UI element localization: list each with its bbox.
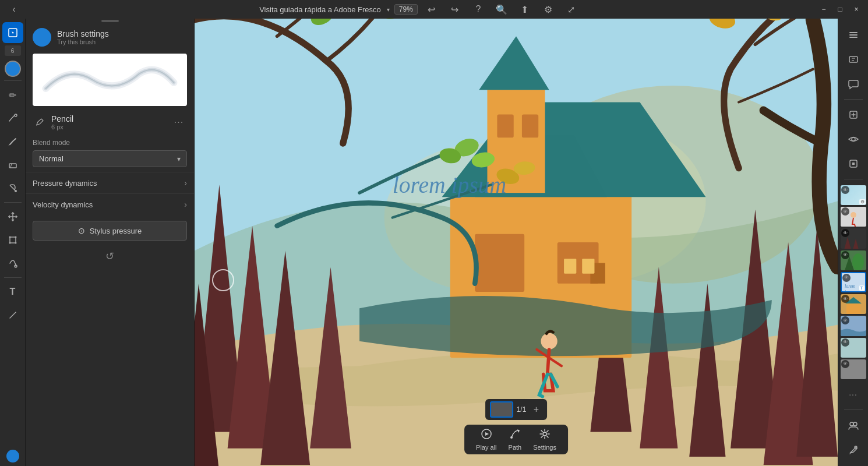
search-btn[interactable]: 🔍 xyxy=(492,0,511,19)
svg-point-47 xyxy=(543,432,546,436)
brush-tool-btn[interactable] xyxy=(2,108,23,129)
layer-eye-4: 👁 xyxy=(841,251,849,259)
current-color-indicator[interactable] xyxy=(6,450,19,463)
blend-mode-section: Blend mode Normal ▾ xyxy=(26,134,194,172)
right-panel: 👁 ⚙ 👁 👁 xyxy=(838,19,868,466)
toolbar-divider-2 xyxy=(4,202,22,203)
redo-btn[interactable]: ↪ xyxy=(446,0,464,19)
close-btn[interactable]: × xyxy=(849,2,863,16)
minimize-btn[interactable]: − xyxy=(817,2,831,16)
main-area: 6 ✏ xyxy=(0,19,868,466)
right-divider-2 xyxy=(844,179,863,179)
stylus-pressure-btn[interactable]: ⊙ Stylus pressure xyxy=(33,221,187,241)
pencil-tool-btn[interactable]: ✏ xyxy=(2,84,23,105)
brush-size-label: 6 px xyxy=(51,123,73,130)
fill-tool-btn[interactable] xyxy=(2,178,23,199)
brush-info: Pencil 6 px xyxy=(51,114,73,130)
svg-text:lorem: lorem xyxy=(845,284,856,289)
properties-panel-btn[interactable] xyxy=(842,48,865,71)
path-btn[interactable]: Path xyxy=(509,428,522,451)
fullscreen-btn[interactable]: ⤢ xyxy=(562,0,581,19)
titlebar-left: ‹ xyxy=(5,0,23,19)
transform-tool-btn[interactable] xyxy=(2,230,23,250)
community-btn[interactable] xyxy=(842,414,865,437)
zoom-badge[interactable]: 79% xyxy=(394,4,418,15)
panel-subtitle: Try this brush xyxy=(57,38,109,45)
brush-name-label: Pencil xyxy=(51,114,73,123)
settings-icon xyxy=(539,428,551,443)
layer-eye-1: 👁 xyxy=(841,186,849,194)
page-thumbnail[interactable] xyxy=(490,401,513,418)
svg-point-7 xyxy=(9,242,10,244)
eraser-tool-btn[interactable] xyxy=(2,154,23,175)
right-divider-3 xyxy=(844,409,863,410)
layer-thumb-5[interactable]: 👁 lorem ipsum T xyxy=(841,272,866,292)
pressure-dynamics-arrow-icon: › xyxy=(184,178,187,188)
canvas-area[interactable]: lorem ipsum 1/1 + Play all xyxy=(195,19,838,466)
layer-thumb-7[interactable]: 👁 xyxy=(841,316,866,336)
svg-point-8 xyxy=(15,242,16,244)
velocity-dynamics-row[interactable]: Velocity dynamics › xyxy=(26,193,194,215)
maximize-btn[interactable]: □ xyxy=(833,2,847,16)
more-right-btn[interactable]: ··· xyxy=(842,383,865,406)
brush-more-btn[interactable]: ··· xyxy=(171,114,187,130)
svg-rect-26 xyxy=(564,259,576,273)
smudge-tool-btn[interactable] xyxy=(2,131,23,152)
settings-btn[interactable]: Settings xyxy=(533,428,556,451)
svg-point-5 xyxy=(9,236,10,238)
layers-panel-btn[interactable] xyxy=(842,23,865,47)
pressure-dynamics-row[interactable]: Pressure dynamics › xyxy=(26,172,194,193)
text-tool-btn[interactable]: T xyxy=(2,281,23,302)
svg-point-64 xyxy=(852,253,864,270)
help-btn[interactable]: ? xyxy=(469,0,488,19)
drag-indicator xyxy=(101,20,119,22)
page-indicator: 1/1 + xyxy=(485,399,548,420)
brush-name-row: Pencil 6 px ··· xyxy=(26,111,194,134)
layer-eye-7: 👁 xyxy=(841,316,849,324)
mask-panel-btn[interactable] xyxy=(842,152,865,175)
back-btn[interactable]: ‹ xyxy=(5,0,23,19)
size-display[interactable]: 6 xyxy=(5,45,21,56)
toolbar-divider-1 xyxy=(4,80,22,81)
brush-preview-area xyxy=(33,54,187,106)
layer-thumb-4[interactable]: 👁 xyxy=(841,250,866,270)
panel-drag-handle[interactable] xyxy=(26,19,194,23)
svg-rect-49 xyxy=(849,34,858,36)
layer-thumb-6[interactable]: 👁 xyxy=(841,294,866,314)
settings-label: Settings xyxy=(533,444,556,451)
healing-tool-btn[interactable] xyxy=(2,253,23,274)
color-swatch[interactable] xyxy=(5,61,21,77)
path-icon xyxy=(509,428,521,443)
layer-thumb-8[interactable]: 👁 xyxy=(841,338,866,358)
layer-thumb-1[interactable]: 👁 ⚙ xyxy=(841,185,866,205)
undo-btn[interactable]: ↩ xyxy=(422,0,441,19)
layer-thumb-9[interactable]: 👁 xyxy=(841,359,866,379)
left-toolbar: 6 ✏ xyxy=(0,19,26,466)
layer-thumb-3[interactable]: 👁 xyxy=(841,228,866,248)
select-tool-btn[interactable] xyxy=(2,22,23,43)
add-layer-panel-btn[interactable] xyxy=(842,103,865,126)
add-page-btn[interactable]: + xyxy=(530,403,542,416)
app-settings-btn[interactable]: ⚙ xyxy=(539,0,558,19)
svg-rect-25 xyxy=(522,115,538,138)
svg-rect-17 xyxy=(475,234,524,292)
share-btn[interactable]: ⬆ xyxy=(516,0,534,19)
layers-section: 👁 ⚙ 👁 👁 xyxy=(838,183,868,382)
brush-color-dot xyxy=(33,28,51,47)
toolbar-divider-3 xyxy=(4,277,22,278)
pencil-icon xyxy=(33,115,47,129)
layer-eye-9: 👁 xyxy=(841,360,849,368)
layer-eye-2: 👁 xyxy=(841,207,849,216)
document-title: Visita guiada rápida a Adobe Fresco xyxy=(259,5,381,14)
layer-thumb-2[interactable]: 👁 xyxy=(841,207,866,227)
comments-panel-btn[interactable] xyxy=(842,72,865,96)
svg-point-43 xyxy=(541,333,557,350)
move-tool-btn[interactable] xyxy=(2,206,23,227)
title-dropdown-arrow[interactable]: ▾ xyxy=(387,6,390,13)
line-tool-btn[interactable] xyxy=(2,305,23,326)
reset-icon[interactable]: ↺ xyxy=(105,250,114,263)
visibility-panel-btn[interactable] xyxy=(842,128,865,151)
play-all-btn[interactable]: Play all xyxy=(476,428,496,451)
blend-mode-select[interactable]: Normal ▾ xyxy=(33,150,187,167)
pen-tool-btn[interactable] xyxy=(842,438,865,461)
